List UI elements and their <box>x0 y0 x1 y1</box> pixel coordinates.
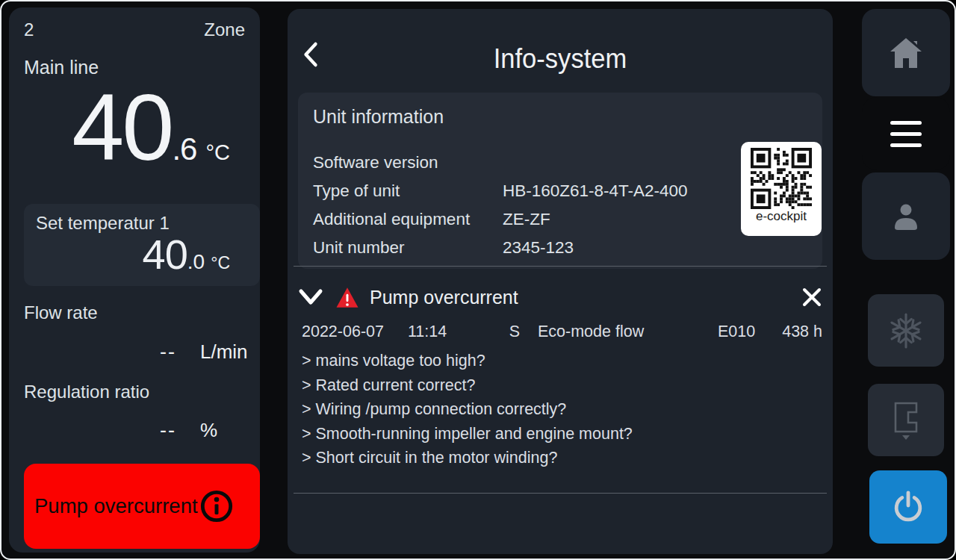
alarm-title: Pump overcurrent <box>370 287 518 308</box>
set-temp-value: 40 .0 °C <box>143 234 230 276</box>
close-icon <box>801 287 822 308</box>
set-temp-unit: °C <box>211 253 230 273</box>
close-button[interactable] <box>801 287 822 308</box>
flow-rate-value: -- <box>24 340 176 364</box>
main-temp-fraction: .6 <box>172 131 196 167</box>
set-temp-integer: 40 <box>143 234 187 276</box>
hamburger-bar <box>890 121 922 125</box>
row-value: ZE-ZF <box>503 210 550 229</box>
cooling-button[interactable] <box>868 294 944 367</box>
zone-number: 2 <box>24 19 34 40</box>
set-temperature-box[interactable]: Set temperatur 1 40 .0 °C <box>24 204 260 286</box>
main-temp-integer: 40 <box>72 81 172 175</box>
alarm-checklist: > mains voltage too high? > Rated curren… <box>302 349 633 470</box>
home-button[interactable] <box>862 9 950 96</box>
menu-button-active[interactable] <box>862 97 950 170</box>
flow-rate-row: -- L/min <box>24 340 255 364</box>
regulation-ratio-row: -- % <box>24 419 255 442</box>
set-temp-fraction: .0 <box>187 250 205 274</box>
hamburger-bar <box>890 143 922 147</box>
chevron-down-icon <box>298 288 323 306</box>
unit-information-section: Unit information Software version Type o… <box>298 93 822 269</box>
regulation-ratio-unit: % <box>200 419 255 442</box>
alarm-flag: S <box>482 323 520 341</box>
alarm-date: 2022-06-07 <box>302 323 408 341</box>
alarm-code: E010 <box>718 323 763 341</box>
alarm-time: 11:14 <box>408 323 482 341</box>
unit-information-header: Unit information <box>313 106 822 128</box>
check-item: > Rated current correct? <box>302 373 633 398</box>
warning-triangle-icon <box>335 287 359 308</box>
regulation-ratio-value: -- <box>24 419 176 442</box>
row-label: Unit number <box>313 238 503 258</box>
alarm-banner-label: Pump overcurrent <box>34 494 198 518</box>
snowflake-icon <box>887 312 925 349</box>
check-item: > Short circuit in the motor winding? <box>302 446 633 470</box>
regulation-ratio-label: Regulation ratio <box>24 382 149 402</box>
alarm-runtime: 438 h <box>763 323 822 341</box>
row-label: Additional equipment <box>313 210 503 229</box>
power-button[interactable] <box>869 470 947 544</box>
home-icon <box>888 37 924 69</box>
check-item: > mains voltage too high? <box>302 349 633 373</box>
zone-label: Zone <box>204 19 245 40</box>
main-temp-unit: °C <box>205 140 230 165</box>
alarm-source: Eco-mode flow <box>538 323 718 341</box>
qr-code-box: e-cockpit <box>741 142 822 236</box>
mold-contour-icon <box>888 400 924 441</box>
flow-rate-label: Flow rate <box>24 302 98 323</box>
check-item: > Smooth-running impeller and engine mou… <box>302 422 633 447</box>
user-icon <box>889 199 923 234</box>
alarm-entry-header: Pump overcurrent <box>298 281 822 314</box>
device-screen: 2 Zone Main line 40 .6 °C Set temperatur… <box>0 0 956 560</box>
main-temperature: 40 .6 °C <box>21 81 230 175</box>
page-title: Info-system <box>299 9 822 75</box>
zone-panel: 2 Zone Main line 40 .6 °C Set temperatur… <box>9 7 260 553</box>
user-button[interactable] <box>862 172 950 260</box>
unit-info-row: Unit number 2345-123 <box>313 234 822 262</box>
mold-contour-button[interactable] <box>868 384 944 456</box>
collapse-button[interactable] <box>298 288 323 306</box>
row-label: Software version <box>313 153 503 172</box>
info-system-panel: Info-system Unit information Software ve… <box>288 9 833 554</box>
flow-rate-unit: L/min <box>200 340 255 364</box>
qr-code <box>751 148 812 209</box>
alarm-meta-row: 2022-06-07 11:14 S Eco-mode flow E010 43… <box>302 323 822 341</box>
divider <box>294 266 827 267</box>
hamburger-bar <box>890 132 922 136</box>
info-icon <box>199 489 234 523</box>
zone-header: 2 Zone <box>24 19 245 40</box>
row-label: Type of unit <box>313 181 503 201</box>
row-value: 2345-123 <box>503 238 574 258</box>
row-value: HB-160Z61-8-4T-A2-400 <box>503 181 688 201</box>
power-icon <box>891 490 925 524</box>
alarm-banner[interactable]: Pump overcurrent <box>24 464 260 549</box>
check-item: > Wiring /pump connection correctly? <box>302 397 633 422</box>
qr-code-label: e-cockpit <box>756 209 807 224</box>
divider <box>294 493 827 494</box>
